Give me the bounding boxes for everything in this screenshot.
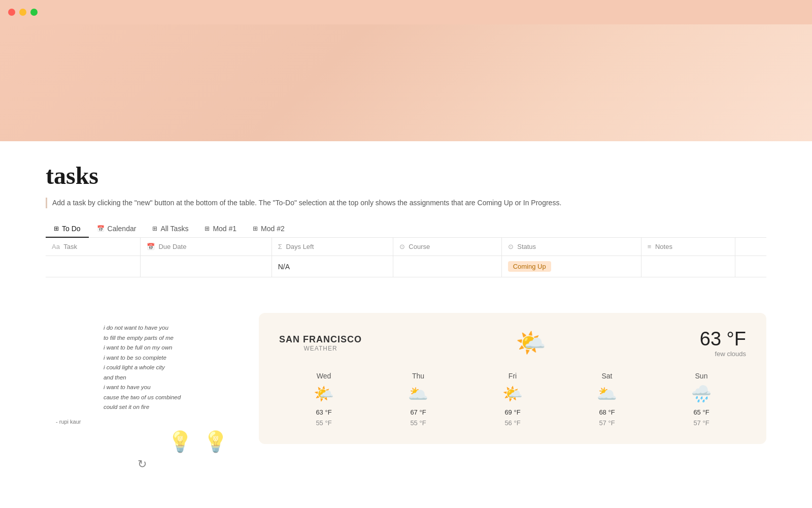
- col-extra: [735, 238, 766, 256]
- forecast-day-name: Sat: [562, 372, 652, 380]
- forecast-day-name: Fri: [468, 372, 557, 380]
- tab-mod1-icon: ⊞: [205, 225, 210, 232]
- tab-calendar[interactable]: 📅 Calendar: [89, 220, 145, 238]
- due-date-col-icon: 📅: [147, 243, 155, 250]
- tab-mod2-label: Mod #2: [261, 225, 285, 233]
- forecast-day-name: Wed: [279, 372, 368, 380]
- weather-city-sub: WEATHER: [279, 345, 362, 352]
- hero-banner: [0, 24, 812, 141]
- task-table: Aa Task 📅 Due Date Σ Days Left ⊙ Course …: [46, 238, 766, 277]
- tab-todo-label: To Do: [62, 225, 81, 233]
- cell-days-left[interactable]: N/A: [272, 256, 393, 277]
- weather-city-name: SAN FRANCISCO: [279, 334, 362, 345]
- notes-col-label: Notes: [655, 243, 672, 250]
- weather-current-icon: 🌤️: [516, 329, 546, 357]
- bulb-icon-2: 💡: [203, 430, 228, 454]
- page-title: tasks: [46, 162, 766, 189]
- tab-todo-icon: ⊞: [54, 225, 59, 232]
- cell-course[interactable]: [393, 256, 501, 277]
- cell-task[interactable]: [46, 256, 140, 277]
- forecast-icon: 🌤️: [468, 384, 557, 403]
- forecast-day: Sun 🌧️ 65 °F 57 °F: [657, 372, 746, 429]
- bulb-container: 💡 💡: [56, 430, 228, 454]
- tab-calendar-icon: 📅: [97, 225, 105, 232]
- weather-forecast: Wed 🌤️ 63 °F 55 °F Thu 🌥️ 67 °F 55 °F Fr…: [279, 372, 746, 429]
- tab-mod2-icon: ⊞: [253, 225, 258, 232]
- forecast-day: Sat 🌥️ 68 °F 57 °F: [562, 372, 652, 429]
- status-badge[interactable]: Coming Up: [508, 261, 551, 272]
- col-status: ⊙ Status: [501, 238, 641, 256]
- days-left-col-icon: Σ: [278, 243, 282, 250]
- weather-current: 63 °F few clouds: [700, 328, 746, 358]
- main-content: tasks Add a task by clicking the "new" b…: [0, 141, 812, 298]
- maximize-button[interactable]: [30, 9, 38, 16]
- tab-all-tasks-label: All Tasks: [160, 225, 188, 233]
- weather-desc: few clouds: [700, 350, 746, 358]
- forecast-day-name: Sun: [657, 372, 746, 380]
- cell-extra: [735, 256, 766, 277]
- task-col-icon: Aa: [52, 243, 60, 250]
- bulb-icon-1: 💡: [167, 430, 193, 454]
- notes-col-icon: ≡: [648, 243, 652, 250]
- col-task: Aa Task: [46, 238, 140, 256]
- status-col-icon: ⊙: [508, 243, 514, 250]
- forecast-icon: 🌥️: [374, 384, 463, 403]
- forecast-low: 55 °F: [374, 418, 463, 429]
- forecast-day: Thu 🌥️ 67 °F 55 °F: [374, 372, 463, 429]
- due-date-col-label: Due Date: [158, 243, 186, 250]
- forecast-high: 65 °F: [657, 407, 746, 418]
- forecast-low: 57 °F: [657, 418, 746, 429]
- quote-card: i do not want to have you to fill the em…: [46, 313, 239, 481]
- forecast-temps: 67 °F 55 °F: [374, 407, 463, 429]
- forecast-day: Fri 🌤️ 69 °F 56 °F: [468, 372, 557, 429]
- days-left-col-label: Days Left: [286, 243, 314, 250]
- weather-city: SAN FRANCISCO WEATHER: [279, 334, 362, 352]
- col-notes: ≡ Notes: [641, 238, 735, 256]
- task-col-label: Task: [63, 243, 77, 250]
- cell-status[interactable]: Coming Up: [501, 256, 641, 277]
- cell-notes[interactable]: [641, 256, 735, 277]
- forecast-temps: 69 °F 56 °F: [468, 407, 557, 429]
- close-button[interactable]: [8, 9, 15, 16]
- tab-mod1-label: Mod #1: [213, 225, 236, 233]
- tab-calendar-label: Calendar: [108, 225, 137, 233]
- tab-todo[interactable]: ⊞ To Do: [46, 220, 89, 238]
- forecast-temps: 63 °F 55 °F: [279, 407, 368, 429]
- weather-card: SAN FRANCISCO WEATHER 🌤️ 63 °F few cloud…: [259, 313, 766, 444]
- titlebar: [0, 0, 812, 24]
- refresh-icon[interactable]: ↻: [138, 458, 147, 471]
- forecast-high: 69 °F: [468, 407, 557, 418]
- tab-all-tasks[interactable]: ⊞ All Tasks: [144, 220, 196, 238]
- status-col-label: Status: [517, 243, 536, 250]
- forecast-day: Wed 🌤️ 63 °F 55 °F: [279, 372, 368, 429]
- forecast-temps: 68 °F 57 °F: [562, 407, 652, 429]
- course-col-icon: ⊙: [399, 243, 405, 250]
- forecast-low: 55 °F: [279, 418, 368, 429]
- weather-temp: 63 °F: [700, 328, 746, 350]
- cell-due-date[interactable]: [140, 256, 272, 277]
- quote-text: i do not want to have you to fill the em…: [104, 323, 181, 412]
- quote-author: - rupi kaur: [56, 419, 228, 425]
- tabs-container: ⊞ To Do 📅 Calendar ⊞ All Tasks ⊞ Mod #1 …: [46, 220, 766, 238]
- page-description: Add a task by clicking the "new" button …: [46, 198, 766, 208]
- course-col-label: Course: [409, 243, 430, 250]
- col-due-date: 📅 Due Date: [140, 238, 272, 256]
- col-days-left: Σ Days Left: [272, 238, 393, 256]
- forecast-low: 57 °F: [562, 418, 652, 429]
- forecast-temps: 65 °F 57 °F: [657, 407, 746, 429]
- forecast-high: 67 °F: [374, 407, 463, 418]
- col-course: ⊙ Course: [393, 238, 501, 256]
- weather-header: SAN FRANCISCO WEATHER 🌤️ 63 °F few cloud…: [279, 328, 746, 358]
- tab-all-tasks-icon: ⊞: [152, 225, 157, 232]
- tab-mod2[interactable]: ⊞ Mod #2: [245, 220, 293, 238]
- bottom-section: i do not want to have you to fill the em…: [0, 298, 812, 496]
- forecast-high: 63 °F: [279, 407, 368, 418]
- tab-mod1[interactable]: ⊞ Mod #1: [196, 220, 245, 238]
- forecast-low: 56 °F: [468, 418, 557, 429]
- table-row: N/A Coming Up: [46, 256, 766, 277]
- forecast-icon: 🌥️: [562, 384, 652, 403]
- forecast-icon: 🌧️: [657, 384, 746, 403]
- minimize-button[interactable]: [19, 9, 26, 16]
- forecast-high: 68 °F: [562, 407, 652, 418]
- forecast-day-name: Thu: [374, 372, 463, 380]
